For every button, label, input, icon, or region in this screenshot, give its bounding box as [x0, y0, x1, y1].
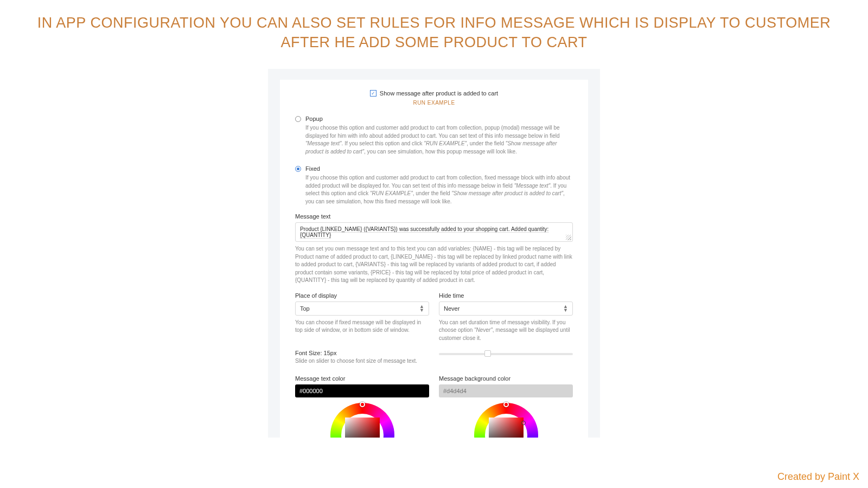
- message-text-input[interactable]: Product {LINKED_NAME} ({VARIANTS}) was s…: [295, 222, 573, 242]
- bg-color-sv-box[interactable]: [489, 418, 524, 438]
- select-stepper-icon: ▲▼: [419, 305, 424, 312]
- run-example-link[interactable]: RUN EXAMPLE: [295, 100, 573, 106]
- hide-time-select[interactable]: Never ▲▼: [439, 301, 573, 316]
- bg-color-input[interactable]: #d4d4d4: [439, 384, 573, 397]
- hide-time-help: You can set duration time of message vis…: [439, 319, 573, 343]
- font-size-slider-thumb[interactable]: [484, 350, 491, 357]
- message-text-label: Message text: [295, 213, 573, 220]
- radio-fixed-label: Fixed: [305, 165, 320, 172]
- hide-time-label: Hide time: [439, 292, 573, 299]
- show-message-checkbox[interactable]: ✓: [370, 90, 376, 97]
- text-color-label: Message text color: [295, 375, 429, 382]
- place-of-display-select[interactable]: Top ▲▼: [295, 301, 429, 316]
- text-color-wheel[interactable]: [330, 403, 394, 438]
- select-stepper-icon: ▲▼: [563, 305, 568, 312]
- font-size-label: Font Size: 15px: [295, 350, 429, 356]
- popup-description: If you choose this option and customer a…: [305, 124, 573, 156]
- place-of-display-label: Place of display: [295, 292, 429, 299]
- radio-popup[interactable]: [295, 116, 301, 122]
- radio-fixed[interactable]: [295, 166, 301, 172]
- place-of-display-value: Top: [300, 305, 310, 312]
- text-color-input[interactable]: #000000: [295, 384, 429, 397]
- place-of-display-help: You can choose if fixed message will be …: [295, 319, 429, 335]
- config-panel-frame: ✓ Show message after product is added to…: [268, 69, 600, 438]
- font-size-help: Slide on slider to choose font size of m…: [295, 357, 429, 365]
- show-message-checkbox-label: Show message after product is added to c…: [380, 90, 498, 97]
- option-popup: Popup If you choose this option and cust…: [295, 115, 573, 156]
- fixed-description: If you choose this option and customer a…: [305, 174, 573, 206]
- bg-color-wheel[interactable]: [474, 403, 538, 438]
- hue-handle-icon[interactable]: [360, 402, 365, 407]
- textarea-resize-grip-icon[interactable]: [566, 235, 571, 240]
- page-heading: IN APP CONFIGURATION YOU CAN ALSO SET RU…: [0, 0, 868, 53]
- font-size-slider[interactable]: [439, 353, 573, 355]
- hue-handle-icon[interactable]: [503, 402, 509, 407]
- bg-color-label: Message background color: [439, 375, 573, 382]
- config-card: ✓ Show message after product is added to…: [280, 80, 588, 438]
- text-color-sv-box[interactable]: [345, 418, 380, 438]
- message-text-help: You can set you own message text and to …: [295, 245, 573, 285]
- sv-handle-icon[interactable]: [521, 421, 526, 425]
- hide-time-value: Never: [444, 305, 459, 312]
- radio-popup-label: Popup: [305, 115, 323, 122]
- footer-credit: Created by Paint X: [777, 471, 859, 483]
- option-fixed: Fixed If you choose this option and cust…: [295, 165, 573, 206]
